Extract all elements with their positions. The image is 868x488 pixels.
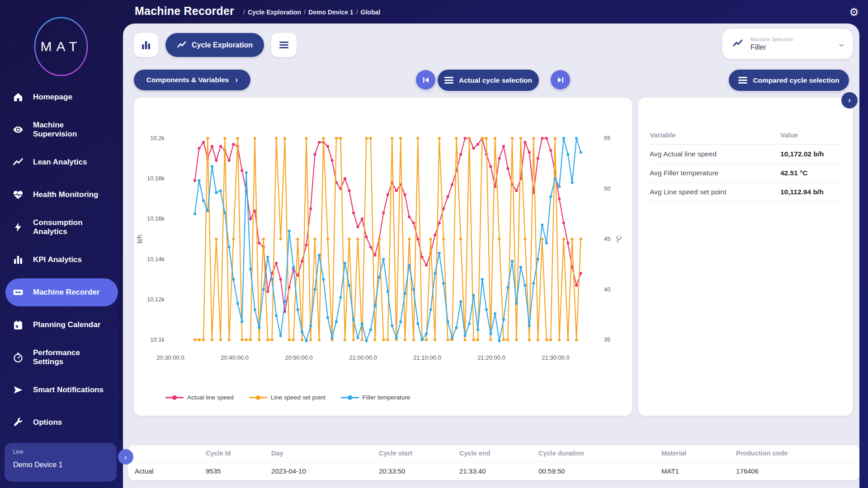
menu-icon [279,40,288,50]
variables-panel: › Variable Value Avg Actual line speed10… [638,98,853,416]
breadcrumb-separator: / [304,9,306,16]
sidebar-item-options[interactable]: Options [0,406,123,439]
x-tick: 21:00:00.0 [349,354,377,361]
cycle-column-header: Cycle start [379,445,412,462]
cycle-table-card: Cycle IdDayCycle startCycle endCycle dur… [128,445,859,480]
next-cycle-button[interactable] [551,70,570,89]
y-right-tick: 40 [604,286,610,293]
menu-icon [444,75,453,85]
variable-row[interactable]: Avg Line speed set point10,112.94 b/h [650,183,841,202]
sidebar-item-label: Homepage [33,93,110,102]
cycle-column-header: Production code [736,445,788,462]
gear-icon[interactable]: ⚙ [847,5,861,19]
y-right-tick: 45 [604,235,610,242]
sidebar-item-label: Smart Notifications [33,385,110,394]
cycle-column-header: Cycle Id [206,445,231,462]
legend-marker [341,395,359,400]
line-label: Line [13,449,24,455]
sidebar-item-label: Machine Recorder [33,288,110,297]
variable-row[interactable]: Avg Filler temperature42.51 °C [650,164,841,183]
variable-name: Avg Filler temperature [650,169,780,177]
cycle-cell: 00:59:50 [538,462,565,480]
machine-selection-dropdown[interactable]: Machine Selection Filler ⌄ [722,29,853,59]
sidebar-item-planning-calendar[interactable]: Planning Calendar [0,309,123,341]
actual-cycle-label: Actual cycle selection [459,76,532,84]
sidebar-item-health-monitoring[interactable]: Health Monitoring [0,178,123,211]
y-left-axis-label: b/h [136,235,143,243]
compared-cycle-label: Compared cycle selection [753,76,839,84]
cycle-cell: MAT1 [661,462,679,480]
legend-item[interactable]: Actual line speed [165,394,234,401]
machine-selection-label: Machine Selection [750,37,793,42]
value-column-header: Value [780,131,798,139]
sidebar-item-label: Machine Supervision [33,121,110,138]
home-icon [12,91,24,103]
variable-value: 10,112.94 b/h [780,188,824,196]
legend-marker [165,395,184,400]
sidebar-item-consumption-analytics[interactable]: Consumption Analytics [0,211,123,244]
legend-item[interactable]: Line speed set point [249,394,326,401]
sidebar-scrollbar[interactable] [119,115,122,441]
heart-pulse-icon [12,189,24,201]
y-right-axis-label: °C [615,235,623,243]
variable-value: 10,172.02 b/h [780,150,824,158]
sidebar-item-smart-notifications[interactable]: Smart Notifications [0,374,123,406]
menu-icon [738,75,747,85]
sidebar: MAT HomepageMachine SupervisionLean Anal… [0,0,123,488]
sidebar-item-label: Performance Settings [33,348,110,366]
y-left-tick: 10.18k [147,175,165,182]
variables-header-row: Variable Value [650,126,841,145]
sidebar-item-label: KPI Analytics [33,255,110,264]
trend-icon [12,156,24,168]
skip-previous-icon [422,76,429,84]
breadcrumb-separator: / [243,9,245,16]
sidebar-item-machine-supervision[interactable]: Machine Supervision [0,113,123,146]
sidebar-item-lean-analytics[interactable]: Lean Analytics [0,146,123,178]
x-tick: 21:10:00.0 [413,354,441,361]
sidebar-item-machine-recorder[interactable]: Machine Recorder [0,276,123,309]
sidebar-item-performance-settings[interactable]: Performance Settings [0,341,123,374]
breadcrumb-item[interactable]: Global [361,9,381,16]
y-right-tick: 35 [604,336,610,343]
sidebar-item-kpi-analytics[interactable]: KPI Analytics [0,244,123,276]
actual-cycle-selection-button[interactable]: Actual cycle selection [438,70,539,91]
tab-label: Cycle Exploration [192,41,253,49]
breadcrumb-item[interactable]: Demo Device 1 [308,9,354,16]
x-tick: 20:50:00.0 [285,354,312,361]
page-title: Machine Recorder [135,5,234,18]
sidebar-collapse-button[interactable]: ‹ [118,449,133,465]
bar-chart-view-button[interactable] [134,33,158,57]
sidebar-item-label: Consumption Analytics [33,218,110,236]
eye-icon [12,124,24,136]
y-left-tick: 10.14k [147,256,165,263]
breadcrumb: /Cycle Exploration/Demo Device 1/Global [241,9,380,16]
sidebar-item-label: Planning Calendar [33,320,110,329]
compared-cycle-selection-button[interactable]: Compared cycle selection [729,70,849,91]
cycle-cell: 2023-04-10 [271,462,306,480]
series-line-speed-set-point [193,137,582,341]
legend-marker [249,395,267,400]
variable-row[interactable]: Avg Actual line speed10,172.02 b/h [650,145,841,164]
chevron-down-icon: ⌄ [837,40,846,48]
components-variables-button[interactable]: Components & Variables › [134,70,250,90]
cycle-line-chart[interactable]: 10.2k10.18k10.16k10.14k10.12k10.1k555045… [134,98,632,416]
y-right-tick: 55 [604,135,610,141]
breadcrumb-item[interactable]: Cycle Exploration [248,9,301,16]
chevron-left-icon: ‹ [125,453,127,461]
bolt-icon [12,221,24,233]
chevron-right-icon: › [235,75,238,84]
mat-logo: MAT [28,14,94,79]
stopwatch-icon [12,352,24,363]
components-label: Components & Variables [146,76,229,84]
tab-cycle-exploration[interactable]: Cycle Exploration [165,33,264,57]
legend-label: Filler temperature [363,394,410,401]
menu-view-button[interactable] [271,33,297,57]
y-left-tick: 10.2k [150,135,165,141]
sidebar-item-homepage[interactable]: Homepage [0,81,123,113]
bar-chart-icon [141,40,151,51]
previous-cycle-button[interactable] [416,70,435,89]
legend-item[interactable]: Filler temperature [341,394,410,401]
panel-expand-button[interactable]: › [841,92,858,108]
line-selector-card[interactable]: Line Demo Device 1 [5,443,117,482]
y-right-tick: 50 [604,185,610,192]
